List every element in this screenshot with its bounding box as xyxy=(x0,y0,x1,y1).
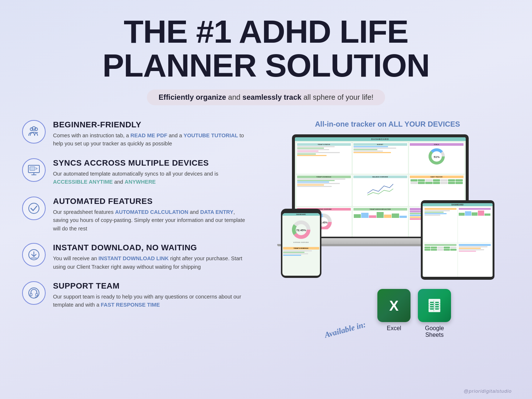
feature-automated: AUTOMATED FEATURES Our spreadsheet featu… xyxy=(22,197,250,233)
subtitle-suffix: all sphere of your life! xyxy=(302,93,374,101)
phone-screen: DASHBOARD 72.45% EXPENSE OVERVIEW xyxy=(282,213,320,276)
feature-download-desc: You will receive an INSTANT DOWNLOAD LIN… xyxy=(53,254,250,271)
feature-download: INSTANT DOWNLOAD, NO WAITING You will re… xyxy=(22,243,250,271)
subtitle-container: Efficiently organize and seamlessly trac… xyxy=(22,89,510,105)
tablet-grid xyxy=(423,206,493,277)
data-entry-text: DATA ENTRY xyxy=(200,209,233,215)
youtube-tutorial-link[interactable]: YOUTUBE TUTORIAL xyxy=(184,133,238,138)
people-icon xyxy=(27,125,40,138)
svg-rect-8 xyxy=(30,293,32,296)
dash-cell-8: TODAY'S MOOD REFLECTION xyxy=(353,207,408,236)
feature-support-title: SUPPORT TEAM xyxy=(53,281,250,291)
title-line2: PLANNER SOLUTION xyxy=(22,49,510,82)
right-column: All-in-one tracker on ALL YOUR DEVICES D… xyxy=(265,120,510,338)
feature-automated-text: AUTOMATED FEATURES Our spreadsheet featu… xyxy=(53,197,250,233)
svg-rect-32 xyxy=(435,306,439,307)
svg-rect-26 xyxy=(429,299,440,312)
feature-automated-title: AUTOMATED FEATURES xyxy=(53,197,250,206)
tab-cell-3 xyxy=(424,243,457,277)
anywhere-text: ANYWHERE xyxy=(124,179,156,185)
feature-beginner-text: BEGINNER-FRIENDLY Comes with an instruct… xyxy=(53,120,250,148)
phone-mockup: DASHBOARD 72.45% EXPENSE OVERVIEW xyxy=(281,209,321,278)
subtitle-bold1: Efficiently organize xyxy=(159,93,226,101)
main-title: THE #1 ADHD LIFE PLANNER SOLUTION xyxy=(22,11,510,83)
accessible-anytime-text: ACCESSIBLE ANYTIME xyxy=(53,179,113,185)
dash-cell-3: GOALS 51% xyxy=(409,142,464,174)
apps-section: Available in: X Excel xyxy=(324,289,451,338)
dash-cell-1: TODAY'S STATUS xyxy=(296,142,352,174)
tablet-screen: DASHBOARD xyxy=(423,203,493,277)
tab-cell-4 xyxy=(458,243,492,277)
app-icon-group: X Excel xyxy=(377,289,451,338)
feature-download-text: INSTANT DOWNLOAD, NO WAITING You will re… xyxy=(53,243,250,271)
svg-rect-27 xyxy=(430,302,434,303)
svg-rect-28 xyxy=(435,302,439,303)
automated-icon-circle xyxy=(22,197,46,220)
subtitle-middle: and xyxy=(226,93,242,101)
fast-response-text: FAST RESPONSE TIME xyxy=(101,302,160,308)
feature-syncs-text: SYNCS ACCROSS MULTIPLE DEVICES Our autom… xyxy=(53,158,250,186)
phone-donut: 72.45% EXPENSE OVERVIEW xyxy=(282,216,320,246)
download-link[interactable]: INSTANT DOWNLOAD LINK xyxy=(99,255,169,261)
devices-mockup: DASHBOARD TODAY'S STATUS xyxy=(281,134,494,282)
svg-text:72.45%: 72.45% xyxy=(296,229,306,232)
devices-header-highlight: ALL YOUR DEVICES xyxy=(388,120,460,128)
content-area: BEGINNER-FRIENDLY Comes with an instruct… xyxy=(22,120,510,338)
svg-text:X: X xyxy=(389,298,399,314)
devices-header: All-in-one tracker on ALL YOUR DEVICES xyxy=(315,120,460,128)
download-icon xyxy=(27,248,40,261)
svg-rect-9 xyxy=(36,293,38,296)
tablet-frame: DASHBOARD xyxy=(421,200,494,280)
feature-support: SUPPORT TEAM Our support team is ready t… xyxy=(22,281,250,309)
excel-icon: X xyxy=(377,289,411,322)
feature-automated-desc: Our spreadsheet features AUTOMATED CALCU… xyxy=(53,208,250,233)
dash-cell-5: BALANCE OVERVIEW xyxy=(353,175,408,206)
subtitle-pill: Efficiently organize and seamlessly trac… xyxy=(147,89,385,105)
page-wrapper: THE #1 ADHD LIFE PLANNER SOLUTION Effici… xyxy=(0,0,532,399)
feature-support-desc: Our support team is ready to help you wi… xyxy=(53,293,250,309)
svg-rect-30 xyxy=(435,304,439,305)
devices-header-text: All-in-one tracker on xyxy=(315,120,388,128)
svg-point-5 xyxy=(29,203,39,213)
watermark: @prioridigitalstudio xyxy=(464,388,512,394)
svg-rect-33 xyxy=(430,308,434,310)
svg-text:51%: 51% xyxy=(433,155,439,159)
svg-rect-4 xyxy=(30,167,35,170)
headset-icon xyxy=(27,286,40,300)
tablet-mockup: DASHBOARD xyxy=(421,200,494,280)
dash-cell-4: TODAY'S SCHEDULE xyxy=(296,175,352,206)
svg-rect-29 xyxy=(430,304,434,305)
sheets-label: GoogleSheets xyxy=(425,325,444,338)
download-icon-circle xyxy=(22,243,46,266)
feature-syncs-desc: Our automated template automatically syn… xyxy=(53,170,250,186)
excel-label: Excel xyxy=(387,325,401,332)
auto-calc-text: AUTOMATED CALCULATION xyxy=(115,209,188,215)
feature-syncs-title: SYNCS ACCROSS MULTIPLE DEVICES xyxy=(53,158,250,168)
subtitle-bold2: seamlessly track xyxy=(243,93,302,101)
tab-cell-2 xyxy=(458,207,492,243)
checkmark-icon xyxy=(27,202,40,215)
excel-logo: X xyxy=(384,296,404,315)
title-line1: THE #1 ADHD LIFE xyxy=(22,15,510,49)
monitor-icon xyxy=(27,163,40,177)
sheets-icon xyxy=(418,289,451,322)
feature-download-title: INSTANT DOWNLOAD, NO WAITING xyxy=(53,243,250,253)
svg-rect-31 xyxy=(430,306,434,307)
syncs-icon-circle xyxy=(22,158,46,182)
feature-support-text: SUPPORT TEAM Our support team is ready t… xyxy=(53,281,250,309)
dash-cell-2: BUDGET xyxy=(353,142,408,174)
features-column: BEGINNER-FRIENDLY Comes with an instruct… xyxy=(22,120,250,309)
sheets-logo xyxy=(425,296,444,315)
sheets-app-item: GoogleSheets xyxy=(418,289,451,338)
available-label: Available in: xyxy=(324,319,367,340)
readme-link[interactable]: READ ME PDF xyxy=(130,133,167,138)
feature-beginner-title: BEGINNER-FRIENDLY xyxy=(53,120,250,130)
svg-rect-34 xyxy=(435,308,439,310)
phone-notch xyxy=(296,211,307,213)
tab-cell-1 xyxy=(424,207,457,243)
excel-app-item: X Excel xyxy=(377,289,411,332)
feature-beginner: BEGINNER-FRIENDLY Comes with an instruct… xyxy=(22,120,250,148)
phone-frame: DASHBOARD 72.45% EXPENSE OVERVIEW xyxy=(281,209,321,278)
support-icon-circle xyxy=(22,281,46,305)
feature-beginner-desc: Comes with an instruction tab, a READ ME… xyxy=(53,131,250,148)
